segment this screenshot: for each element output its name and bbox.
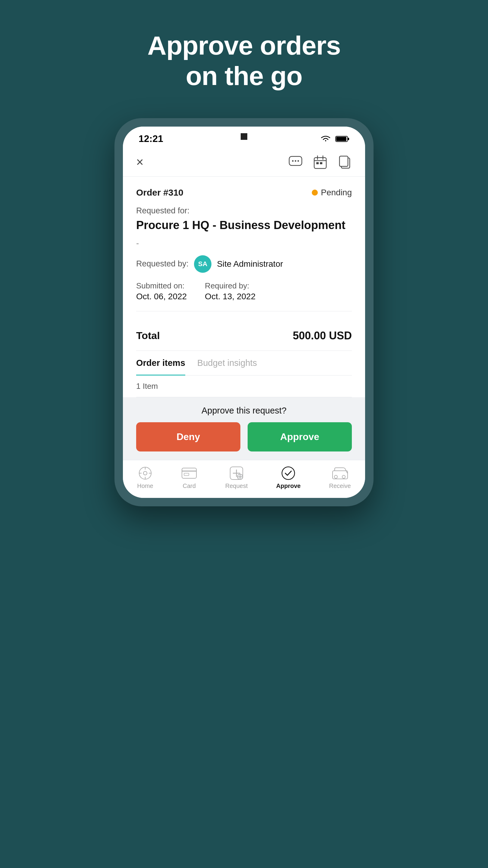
status-time: 12:21 [138, 133, 163, 144]
close-button[interactable]: × [136, 156, 144, 168]
tab-order-items[interactable]: Order items [136, 351, 185, 375]
status-bar: 12:21 [123, 127, 365, 148]
chat-icon[interactable] [289, 155, 302, 169]
request-icon [229, 466, 244, 481]
nav-item-approve[interactable]: Approve [276, 466, 301, 490]
svg-point-6 [298, 160, 299, 162]
svg-rect-23 [184, 473, 189, 475]
approve-icon [281, 466, 296, 481]
requested-for-label: Requested for: [136, 206, 352, 216]
nav-label-card: Card [183, 483, 195, 490]
approve-question: Approve this request? [136, 406, 352, 415]
copy-icon[interactable] [338, 155, 352, 169]
approve-section: Approve this request? Deny Approve [123, 397, 365, 460]
submitted-label: Submitted on: [136, 281, 187, 290]
status-dot [312, 190, 318, 195]
card-icon [182, 466, 197, 481]
tab-budget-insights[interactable]: Budget insights [197, 351, 257, 375]
battery-icon [335, 135, 350, 143]
requested-for-value: Procure 1 HQ - Business Development [136, 218, 352, 233]
nav-label-approve: Approve [276, 483, 301, 490]
dash-separator: - [136, 239, 352, 248]
dates-row: Submitted on: Oct. 06, 2022 Required by:… [136, 281, 352, 311]
nav-item-receive[interactable]: Receive [329, 466, 351, 490]
nav-item-request[interactable]: Request [225, 466, 248, 490]
nav-label-receive: Receive [329, 483, 351, 490]
approve-button[interactable]: Approve [248, 422, 352, 452]
avatar: SA [194, 255, 212, 273]
nav-item-home[interactable]: Home [137, 466, 153, 490]
total-label: Total [136, 330, 160, 341]
submitted-date: Oct. 06, 2022 [136, 292, 187, 301]
nav-item-card[interactable]: Card [182, 466, 197, 490]
tabs: Order items Budget insights [136, 351, 352, 375]
total-row: Total 500.00 USD [136, 321, 352, 351]
status-badge: Pending [312, 188, 352, 197]
requested-by-row: Requested by: SA Site Administrator [136, 255, 352, 273]
svg-point-5 [295, 160, 296, 162]
toolbar: × [123, 148, 365, 177]
home-icon [138, 466, 153, 481]
nav-label-request: Request [225, 483, 248, 490]
receive-icon [332, 466, 348, 481]
svg-point-33 [334, 475, 337, 478]
status-text: Pending [321, 188, 352, 197]
svg-point-31 [282, 467, 295, 479]
items-count: 1 Item [136, 375, 352, 397]
required-date: Oct. 13, 2022 [205, 292, 255, 301]
required-label: Required by: [205, 281, 255, 290]
order-number: Order #310 [136, 187, 184, 198]
calendar-icon[interactable] [313, 155, 327, 169]
wifi-icon [320, 135, 331, 143]
svg-rect-1 [336, 137, 347, 141]
requester-name: Site Administrator [217, 259, 283, 269]
svg-rect-2 [348, 138, 349, 140]
bottom-nav: Home Card [123, 460, 365, 498]
svg-rect-11 [316, 162, 319, 164]
hero-title: Approve orders on the go [147, 30, 340, 91]
svg-point-4 [292, 160, 294, 162]
svg-point-34 [342, 475, 345, 478]
svg-rect-14 [339, 156, 348, 166]
requested-by-label: Requested by: [136, 259, 189, 269]
phone-frame: 12:21 × [115, 118, 373, 506]
nav-label-home: Home [137, 483, 153, 490]
svg-point-16 [143, 471, 147, 475]
total-value: 500.00 USD [293, 330, 352, 342]
order-header: Order #310 Pending [136, 187, 352, 198]
svg-rect-12 [320, 162, 322, 164]
deny-button[interactable]: Deny [136, 422, 240, 452]
